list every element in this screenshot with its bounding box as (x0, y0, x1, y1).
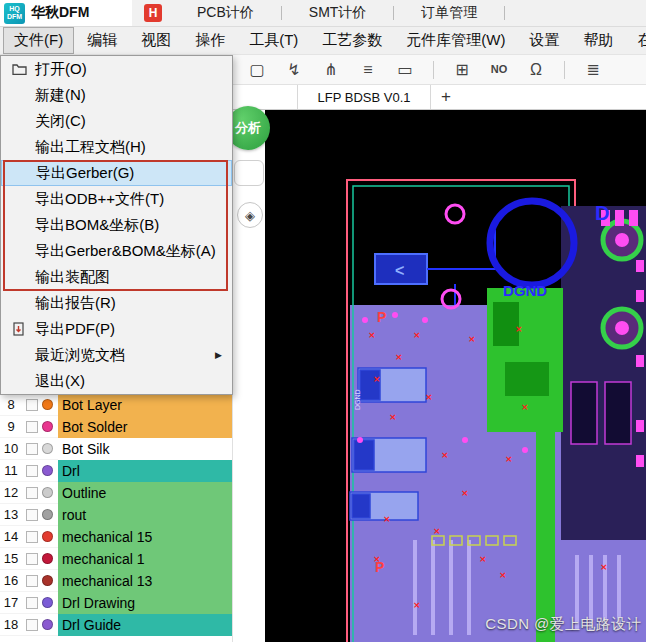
menubar-help[interactable]: 帮助 (572, 27, 624, 54)
layer-checkbox[interactable] (26, 487, 38, 499)
menu-item-label: 输出报告(R) (35, 294, 116, 313)
new-tab-button[interactable]: + (431, 85, 461, 109)
menu-item-exit[interactable]: 退出(X) (1, 368, 232, 394)
menubar-settings[interactable]: 设置 (518, 27, 570, 54)
layer-row[interactable]: 16 mechanical 13 (0, 570, 232, 592)
layer-name[interactable]: Drl Drawing (58, 592, 232, 614)
layer-row[interactable]: 18 Drl Guide (0, 614, 232, 636)
layer-checkbox[interactable] (26, 509, 38, 521)
layer-checkbox[interactable] (26, 531, 38, 543)
pcb-ref-label-2: P (377, 309, 386, 325)
layer-name[interactable]: Outline (58, 482, 232, 504)
side-gutter (233, 110, 265, 642)
menu-item-output-project-doc[interactable]: 输出工程文档(H) (1, 134, 232, 160)
menubar-tools[interactable]: 工具(T) (238, 27, 309, 54)
menu-item-new[interactable]: 新建(N) (1, 82, 232, 108)
layer-name[interactable]: rout (58, 504, 232, 526)
layer-name[interactable]: Bot Solder (58, 416, 232, 438)
layer-name[interactable]: mechanical 15 (58, 526, 232, 548)
layer-color-dot[interactable] (42, 575, 53, 586)
layer-color-dot[interactable] (42, 487, 53, 498)
menu-item-output-report[interactable]: 输出报告(R) (1, 290, 232, 316)
tab-order-management[interactable]: 订单管理 (394, 4, 504, 22)
grid-icon[interactable]: ⊞ (453, 62, 471, 78)
pcb-canvas[interactable]: < (265, 110, 646, 642)
layer-color-dot[interactable] (42, 597, 53, 608)
layers-diamond-icon: ◈ (245, 208, 255, 223)
tab-pcb-pricing[interactable]: PCB计价 (170, 4, 281, 22)
svg-text:×: × (461, 488, 469, 498)
menubar-online-service[interactable]: 在线客服 (626, 27, 646, 54)
menu-item-export-bom-coords[interactable]: 导出BOM&坐标(B) (1, 212, 232, 238)
layer-color-dot[interactable] (42, 531, 53, 542)
layer-name[interactable]: Bot Layer (58, 394, 232, 416)
layer-number: 12 (0, 485, 22, 500)
gutter-pill-button[interactable] (234, 160, 264, 186)
menu-item-label: 输出装配图 (35, 268, 110, 287)
layer-color-dot[interactable] (42, 553, 53, 564)
menu-item-output-assembly-drawing[interactable]: 输出装配图 (1, 264, 232, 290)
layer-row[interactable]: 17 Drl Drawing (0, 592, 232, 614)
dfm-check-icon[interactable]: NO (490, 64, 508, 75)
menu-item-label: 输出工程文档(H) (35, 138, 146, 157)
layer-row[interactable]: 15 mechanical 1 (0, 548, 232, 570)
hqdfm-logo-icon: HQ DFM (4, 3, 25, 24)
menu-item-close[interactable]: 关闭(C) (1, 108, 232, 134)
layer-row[interactable]: 8 Bot Layer (0, 394, 232, 416)
layer-name[interactable]: Drl Guide (58, 614, 232, 636)
layer-row[interactable]: 10 Bot Silk (0, 438, 232, 460)
layer-color-dot[interactable] (42, 443, 53, 454)
layer-row[interactable]: 14 mechanical 15 (0, 526, 232, 548)
layer-checkbox[interactable] (26, 575, 38, 587)
layer-name[interactable]: Bot Silk (58, 438, 232, 460)
layer-checkbox[interactable] (26, 421, 38, 433)
layer-name[interactable]: mechanical 13 (58, 570, 232, 592)
layer-color-dot[interactable] (42, 421, 53, 432)
tab-huaqiu-dfm[interactable]: HQ DFM 华秋DFM (0, 0, 132, 26)
layer-row[interactable]: 13 rout (0, 504, 232, 526)
svg-text:×: × (505, 454, 513, 464)
menubar-view[interactable]: 视图 (130, 27, 182, 54)
measure-icon[interactable]: ▭ (396, 62, 414, 78)
tab-smt-pricing[interactable]: SMT计价 (282, 4, 394, 22)
doc-tab-active[interactable]: LFP BDSB V0.1 (297, 85, 431, 109)
svg-text:×: × (389, 412, 397, 422)
layer-checkbox[interactable] (26, 553, 38, 565)
impedance-icon[interactable]: Ω (527, 62, 545, 78)
net-icon[interactable]: ⋔ (322, 62, 340, 78)
menubar-file[interactable]: 文件(F) (3, 27, 74, 54)
menubar-edit[interactable]: 编辑 (76, 27, 128, 54)
menubar-operate[interactable]: 操作 (184, 27, 236, 54)
layer-name[interactable]: mechanical 1 (58, 548, 232, 570)
layers-icon[interactable]: ≣ (584, 62, 602, 78)
menu-item-export-pdf[interactable]: 导出PDF(P) (1, 316, 232, 342)
route-icon[interactable]: ↯ (285, 62, 303, 78)
folder-open-icon (10, 63, 28, 75)
layer-name[interactable]: Drl (58, 460, 232, 482)
netlist-icon[interactable]: ≡ (359, 62, 377, 78)
layer-number: 15 (0, 551, 22, 566)
menubar-process-params[interactable]: 工艺参数 (311, 27, 393, 54)
layer-color-dot[interactable] (42, 465, 53, 476)
layer-row[interactable]: 12 Outline (0, 482, 232, 504)
layer-row[interactable]: 9 Bot Solder (0, 416, 232, 438)
menubar-component-lib[interactable]: 元件库管理(W) (395, 27, 516, 54)
layer-checkbox[interactable] (26, 597, 38, 609)
layer-checkbox[interactable] (26, 399, 38, 411)
menu-item-label: 导出BOM&坐标(B) (35, 216, 159, 235)
layer-color-dot[interactable] (42, 399, 53, 410)
layer-checkbox[interactable] (26, 619, 38, 631)
menu-item-recent-documents[interactable]: 最近浏览文档 ▶ (1, 342, 232, 368)
menu-item-export-gerber[interactable]: 导出Gerber(G) (1, 160, 232, 186)
board-outline-icon[interactable]: ▢ (248, 62, 266, 78)
menu-item-export-odb[interactable]: 导出ODB++文件(T) (1, 186, 232, 212)
menu-item-export-gerber-bom-coords[interactable]: 导出Gerber&BOM&坐标(A) (1, 238, 232, 264)
layer-checkbox[interactable] (26, 465, 38, 477)
layer-checkbox[interactable] (26, 443, 38, 455)
menu-item-open[interactable]: 打开(O) (1, 56, 232, 82)
layer-row[interactable]: 11 Drl (0, 460, 232, 482)
layer-color-dot[interactable] (42, 509, 53, 520)
layer-visibility-button[interactable]: ◈ (237, 202, 263, 228)
layer-color-dot[interactable] (42, 619, 53, 630)
pdf-export-icon (10, 322, 28, 336)
